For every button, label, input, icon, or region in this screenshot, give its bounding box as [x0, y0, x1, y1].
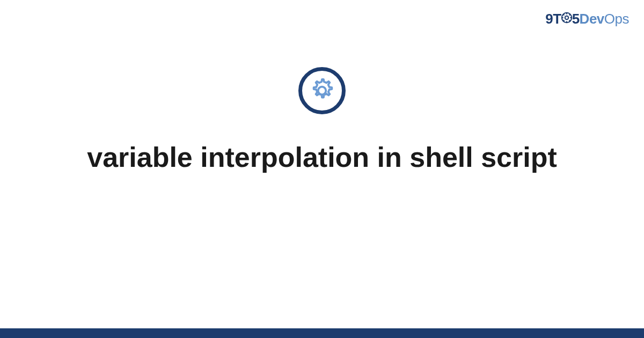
- svg-line-8: [563, 20, 564, 21]
- brand-logo: 9T 5DevOps: [545, 11, 629, 28]
- svg-line-6: [563, 14, 564, 15]
- footer-bar: [0, 328, 644, 338]
- page-title: variable interpolation in shell script: [87, 140, 557, 175]
- svg-point-1: [565, 16, 568, 19]
- svg-line-7: [569, 20, 570, 21]
- main-content: variable interpolation in shell script: [0, 67, 644, 175]
- logo-text-ops: Ops: [604, 11, 629, 27]
- logo-text-5: 5: [572, 11, 580, 27]
- logo-gear-icon: [561, 11, 573, 27]
- gear-badge: [298, 67, 346, 114]
- logo-text-dev: Dev: [580, 11, 604, 27]
- gear-icon: [309, 77, 335, 104]
- logo-text-t: T: [553, 11, 561, 27]
- svg-line-9: [569, 14, 570, 15]
- logo-text-9: 9: [545, 11, 553, 27]
